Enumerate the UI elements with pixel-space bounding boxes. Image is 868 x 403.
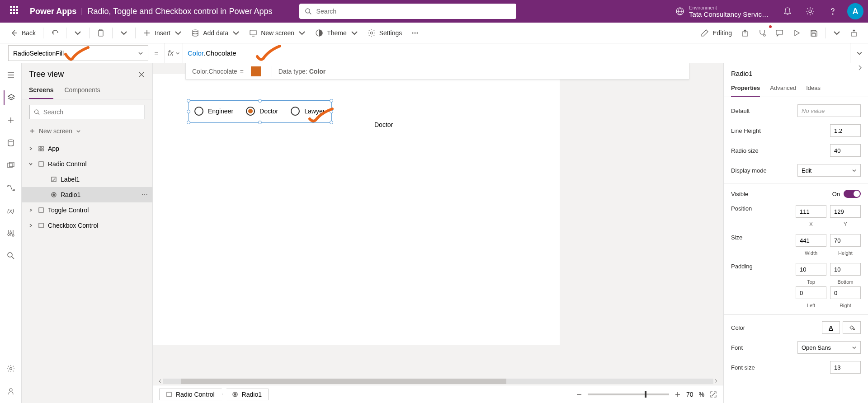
visible-toggle[interactable] (844, 190, 861, 198)
zoom-out-icon[interactable] (576, 391, 582, 398)
padding-bottom-input[interactable] (830, 263, 861, 276)
resize-handle[interactable] (187, 110, 190, 113)
tree-chevron-icon[interactable] (27, 206, 34, 214)
fill-color-button[interactable] (843, 321, 861, 334)
tree-search[interactable] (29, 105, 145, 119)
scroll-thumb[interactable] (181, 379, 506, 384)
fit-screen-icon[interactable] (710, 391, 717, 398)
save-dropdown[interactable] (828, 26, 845, 40)
padding-top-input[interactable] (796, 263, 826, 276)
save-button[interactable] (805, 26, 822, 40)
environment-picker[interactable]: Environment Tata Consultancy Servic… (675, 5, 769, 18)
font-select[interactable]: Open Sans (797, 341, 861, 354)
position-x-input[interactable] (796, 205, 826, 218)
tab-properties[interactable]: Properties (731, 80, 760, 97)
tree-chevron-icon[interactable] (27, 160, 34, 168)
font-size-input[interactable] (830, 361, 861, 374)
zoom-in-icon[interactable] (675, 391, 681, 398)
new-screen-button[interactable]: New screen (245, 26, 311, 40)
tree-item[interactable]: Checkbox Control (22, 218, 152, 233)
radio-option[interactable]: Doctor (246, 107, 278, 116)
share-button[interactable] (736, 26, 754, 40)
paste-button[interactable] (92, 26, 109, 40)
position-y-input[interactable] (830, 205, 861, 218)
theme-button[interactable]: Theme (311, 26, 363, 40)
tab-components[interactable]: Components (64, 84, 100, 99)
tree-search-input[interactable] (43, 108, 140, 116)
comments-button[interactable] (771, 26, 788, 40)
editing-mode-button[interactable]: Editing (696, 26, 736, 40)
height-input[interactable] (830, 234, 861, 247)
scroll-right-icon[interactable] (713, 379, 719, 384)
publish-button[interactable] (845, 26, 863, 40)
tree-item[interactable]: Toggle Control (22, 202, 152, 218)
help-button[interactable] (825, 3, 841, 19)
tree-item[interactable]: App (22, 141, 152, 156)
tab-screens[interactable]: Screens (29, 84, 53, 99)
breadcrumb-screen[interactable]: Radio Control (159, 389, 226, 400)
settings-toolbar-button[interactable]: Settings (363, 26, 407, 40)
paste-dropdown[interactable] (115, 26, 132, 40)
tab-advanced[interactable]: Advanced (770, 80, 796, 97)
search-rail-button[interactable] (4, 248, 18, 263)
virtual-agent-button[interactable] (4, 384, 18, 398)
notifications-button[interactable] (779, 3, 796, 19)
new-screen-tree-button[interactable]: New screen (29, 125, 145, 137)
collapse-arrow-icon[interactable] (856, 64, 863, 71)
padding-left-input[interactable] (796, 286, 826, 299)
scroll-left-icon[interactable] (157, 379, 163, 384)
canvas-area[interactable]: EngineerDoctorLawyer Doctor Radio Contro… (153, 63, 723, 403)
scroll-track[interactable] (163, 379, 713, 384)
radio-control[interactable]: EngineerDoctorLawyer (194, 107, 325, 116)
rail-settings-button[interactable] (4, 361, 18, 376)
breadcrumb-control[interactable]: Radio1 (222, 389, 269, 400)
app-launcher-icon[interactable] (10, 6, 21, 17)
tab-ideas[interactable]: Ideas (806, 80, 821, 97)
fx-button[interactable]: fx (165, 43, 183, 63)
settings-button[interactable] (802, 3, 818, 19)
horizontal-scrollbar[interactable] (157, 378, 719, 385)
app-checker-button[interactable] (754, 26, 771, 40)
tree-item[interactable]: Radio1⋯ (22, 187, 152, 202)
tree-chevron-icon[interactable] (27, 222, 34, 229)
media-rail-button[interactable] (4, 158, 18, 173)
data-rail-button[interactable] (4, 136, 18, 150)
global-search[interactable] (299, 4, 516, 19)
more-button[interactable] (406, 26, 424, 40)
hamburger-button[interactable] (4, 68, 18, 82)
radio-size-input[interactable] (830, 144, 861, 157)
variables-rail-button[interactable]: (x) (4, 203, 18, 218)
display-mode-select[interactable]: Edit (797, 164, 861, 177)
more-icon[interactable]: ⋯ (142, 191, 148, 198)
resize-handle[interactable] (330, 99, 333, 103)
formula-input[interactable]: Color.Chocolate (183, 43, 850, 63)
property-selector[interactable]: RadioSelectionFill (8, 45, 148, 61)
add-data-button[interactable]: Add data (187, 26, 245, 40)
padding-right-input[interactable] (830, 286, 861, 299)
resize-handle[interactable] (330, 121, 333, 124)
back-button[interactable]: Back (5, 26, 40, 40)
formula-expand-button[interactable] (850, 43, 868, 63)
resize-handle[interactable] (187, 99, 190, 103)
flows-rail-button[interactable] (4, 181, 18, 195)
zoom-slider-thumb[interactable] (645, 391, 646, 398)
tree-view-rail-button[interactable] (4, 90, 18, 105)
resize-handle[interactable] (258, 99, 262, 103)
user-avatar[interactable]: A (847, 3, 863, 19)
insert-rail-button[interactable] (4, 113, 18, 127)
undo-dropdown[interactable] (69, 26, 86, 40)
undo-button[interactable] (46, 26, 63, 40)
canvas[interactable]: EngineerDoctorLawyer Doctor (153, 74, 560, 345)
resize-handle[interactable] (258, 121, 262, 124)
search-input[interactable] (316, 8, 511, 15)
close-icon[interactable] (138, 71, 145, 78)
tree-chevron-icon[interactable] (27, 145, 34, 152)
resize-handle[interactable] (187, 121, 190, 124)
font-color-button[interactable]: A (822, 321, 840, 334)
radio-option[interactable]: Lawyer (291, 107, 325, 116)
line-height-input[interactable] (830, 124, 861, 137)
tools-rail-button[interactable] (4, 226, 18, 240)
preview-button[interactable] (788, 26, 805, 40)
tree-item[interactable]: Radio Control (22, 156, 152, 172)
zoom-slider[interactable] (588, 394, 669, 395)
